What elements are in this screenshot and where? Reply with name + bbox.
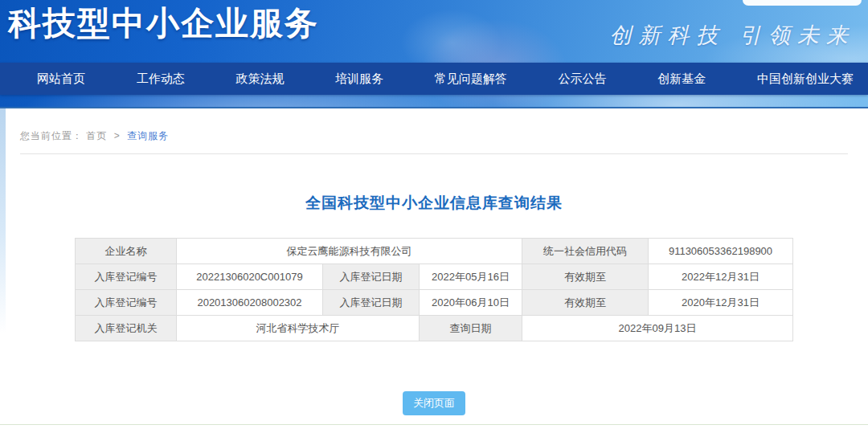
page-title: 全国科技型中小企业信息库查询结果 (0, 193, 868, 214)
nav-item-competition[interactable]: 中国创新创业大赛 (752, 63, 858, 95)
table-value-reg-date: 2022年05月16日 (420, 264, 522, 290)
table-value-valid-until: 2020年12月31日 (649, 290, 793, 316)
table-header-reg-date: 入库登记日期 (323, 290, 420, 316)
site-header: 科技型中小企业服务 创新科技 引领未来 网站首页 工作动态 政策法规 培训服务 … (0, 0, 868, 107)
table-header-reg-date: 入库登记日期 (323, 264, 420, 290)
table-row-company: 企业名称 保定云鹰能源科技有限公司 统一社会信用代码 9113060533621… (76, 239, 793, 264)
table-header-reg-number: 入库登记编号 (76, 290, 177, 316)
nav-item-work-news[interactable]: 工作动态 (132, 63, 190, 95)
nav-item-faq[interactable]: 常见问题解答 (430, 63, 512, 95)
main-nav: 网站首页 工作动态 政策法规 培训服务 常见问题解答 公示公告 创新基金 中国创… (0, 63, 868, 95)
table-row-registration-2022: 入库登记编号 20221306020C001079 入库登记日期 2022年05… (76, 264, 793, 290)
table-row-registration-2020: 入库登记编号 202013060208002302 入库登记日期 2020年06… (76, 290, 793, 316)
table-value-valid-until: 2022年12月31日 (649, 264, 793, 290)
breadcrumb: 您当前位置： 首页 > 查询服务 (20, 129, 848, 154)
table-value-reg-authority: 河北省科学技术厅 (177, 316, 420, 341)
table-header-reg-number: 入库登记编号 (76, 264, 177, 290)
table-value-credit-code: 911306053362198900 (649, 239, 793, 264)
content-panel: 您当前位置： 首页 > 查询服务 全国科技型中小企业信息库查询结果 企业名称 保… (0, 107, 868, 424)
bottom-divider (0, 424, 868, 429)
header-banner: 科技型中小企业服务 创新科技 引领未来 (0, 0, 868, 63)
site-title: 科技型中小企业服务 (8, 2, 319, 46)
breadcrumb-home[interactable]: 首页 (86, 130, 107, 141)
nav-item-home[interactable]: 网站首页 (32, 63, 90, 95)
nav-item-announcements[interactable]: 公示公告 (554, 63, 612, 95)
breadcrumb-current[interactable]: 查询服务 (127, 130, 169, 141)
table-value-company-name: 保定云鹰能源科技有限公司 (177, 239, 522, 264)
nav-item-innovation-fund[interactable]: 创新基金 (653, 63, 710, 95)
table-header-valid-until: 有效期至 (522, 264, 649, 290)
table-header-credit-code: 统一社会信用代码 (522, 239, 649, 264)
table-header-company-name: 企业名称 (76, 239, 177, 264)
table-value-reg-number: 20221306020C001079 (177, 264, 323, 290)
breadcrumb-prefix: 您当前位置： (20, 130, 83, 141)
table-value-query-date: 2022年09月13日 (522, 316, 793, 341)
header-tab-sliver (743, 0, 862, 6)
table-value-reg-number: 202013060208002302 (177, 290, 323, 316)
table-row-authority: 入库登记机关 河北省科学技术厅 查询日期 2022年09月13日 (76, 316, 793, 341)
button-row: 关闭页面 (0, 391, 868, 415)
breadcrumb-separator: > (114, 130, 121, 141)
table-header-valid-until: 有效期至 (522, 290, 649, 316)
site-slogan: 创新科技 引领未来 (609, 21, 855, 50)
nav-item-policies[interactable]: 政策法规 (231, 63, 289, 95)
table-value-reg-date: 2020年06月10日 (420, 290, 522, 316)
result-table: 企业名称 保定云鹰能源科技有限公司 统一社会信用代码 9113060533621… (75, 238, 793, 341)
table-header-reg-authority: 入库登记机关 (76, 316, 177, 341)
close-page-button[interactable]: 关闭页面 (403, 391, 465, 415)
nav-item-training[interactable]: 培训服务 (330, 63, 388, 95)
table-header-query-date: 查询日期 (420, 316, 522, 341)
left-edge-decoration (0, 108, 6, 333)
